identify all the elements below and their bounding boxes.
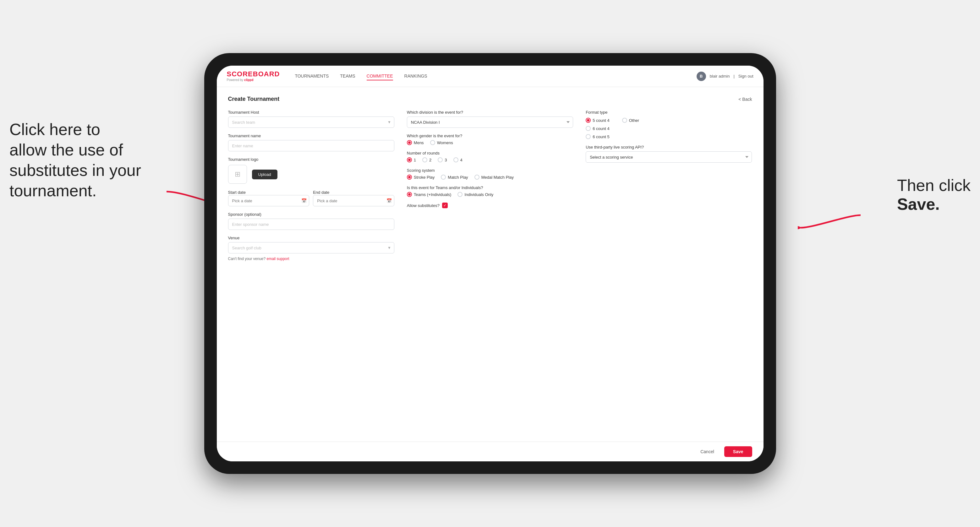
individuals-only-label: Individuals Only (465, 192, 493, 197)
annotation-right: Then click Save. (897, 176, 970, 214)
format-5count4-radio[interactable] (585, 118, 591, 123)
form-col-2: Which division is the event for? NCAA Di… (407, 110, 573, 261)
gender-womens-radio[interactable] (430, 140, 435, 145)
email-support-link[interactable]: email support (267, 257, 290, 261)
individuals-only-radio[interactable] (458, 192, 463, 197)
gender-mens-label: Mens (414, 140, 424, 145)
signout-link[interactable]: Sign out (738, 74, 754, 78)
nav-committee[interactable]: COMMITTEE (367, 72, 393, 80)
format-5count4-option[interactable]: 5 count 4 (585, 118, 609, 123)
logo-powered: Powered by clippd (227, 78, 280, 82)
back-button[interactable]: < Back (738, 97, 752, 102)
format-other-radio[interactable] (622, 118, 627, 123)
rounds-3-option[interactable]: 3 (438, 157, 447, 162)
scoring-api-label: Use third-party live scoring API? (585, 145, 752, 149)
nav-teams[interactable]: TEAMS (340, 72, 355, 80)
rounds-label: Number of rounds (407, 151, 573, 156)
arrow-right-icon (798, 209, 867, 234)
nav-links: TOURNAMENTS TEAMS COMMITTEE RANKINGS (295, 72, 696, 80)
substitutes-checkbox-item[interactable]: Allow substitutes? ✓ (407, 203, 573, 208)
format-type-options: 5 count 4 Other 6 count 4 (585, 118, 752, 139)
format-row-1: 5 count 4 Other (585, 118, 752, 123)
start-date-label: Start date (228, 190, 246, 195)
annotation-left: Click here to allow the use of substitut… (10, 119, 141, 201)
teams-group: Is this event for Teams and/or Individua… (407, 185, 573, 197)
substitutes-checkbox[interactable]: ✓ (442, 203, 448, 208)
sponsor-input[interactable] (228, 219, 395, 230)
end-date-input[interactable] (313, 195, 395, 206)
scoring-match-option[interactable]: Match Play (441, 175, 468, 179)
venue-search-input[interactable] (228, 242, 395, 254)
start-date-group: Start date 📅 (228, 189, 310, 206)
nav-tournaments[interactable]: TOURNAMENTS (295, 72, 329, 80)
rounds-2-option[interactable]: 2 (422, 157, 431, 162)
gender-mens-option[interactable]: Mens (407, 140, 424, 145)
division-select[interactable]: NCAA Division I (407, 116, 573, 128)
sponsor-label: Sponsor (optional) (228, 212, 395, 217)
substitutes-group: Allow substitutes? ✓ (407, 203, 573, 208)
format-6count5-option[interactable]: 6 count 5 (585, 134, 752, 139)
name-label: Tournament name (228, 133, 395, 138)
format-6count4-option[interactable]: 6 count 4 (585, 126, 752, 131)
form-col-3: Format type 5 count 4 Other (585, 110, 752, 261)
name-input[interactable] (228, 140, 395, 151)
upload-button[interactable]: Upload (252, 170, 277, 179)
form-grid: Tournament Host ▼ Tournament name Tourna… (228, 110, 752, 261)
format-other-option[interactable]: Other (622, 118, 640, 123)
teams-plus-option[interactable]: Teams (+Individuals) (407, 192, 452, 197)
logo-label: Tournament logo (228, 157, 395, 162)
substitutes-label: Allow substitutes? (407, 203, 439, 208)
avatar: B (697, 71, 706, 81)
format-6count5-radio[interactable] (585, 134, 591, 139)
page-footer: Cancel Save (217, 441, 764, 461)
scoring-medal-label: Medal Match Play (481, 175, 514, 179)
start-date-input[interactable] (228, 195, 310, 206)
gender-group: Which gender is the event for? Mens Wome… (407, 133, 573, 145)
venue-dropdown-icon: ▼ (387, 246, 391, 250)
scoring-medal-radio[interactable] (474, 175, 479, 179)
rounds-2-radio[interactable] (422, 157, 427, 162)
rounds-1-option[interactable]: 1 (407, 157, 416, 162)
division-group: Which division is the event for? NCAA Di… (407, 110, 573, 128)
gender-mens-radio[interactable] (407, 140, 412, 145)
rounds-4-radio[interactable] (453, 157, 458, 162)
scoring-api-select[interactable]: Select a scoring service (585, 151, 752, 163)
teams-plus-radio[interactable] (407, 192, 412, 197)
start-date-calendar-icon: 📅 (301, 198, 307, 203)
format-6count4-radio[interactable] (585, 126, 591, 131)
form-col-1: Tournament Host ▼ Tournament name Tourna… (228, 110, 395, 261)
tournament-host-group: Tournament Host ▼ (228, 110, 395, 128)
end-date-label: End date (313, 190, 329, 195)
rounds-3-radio[interactable] (438, 157, 443, 162)
cancel-button[interactable]: Cancel (695, 447, 719, 457)
save-button[interactable]: Save (724, 446, 752, 457)
tablet-screen: SCOREBOARD Powered by clippd TOURNAMENTS… (217, 66, 764, 461)
gender-womens-label: Womens (437, 140, 453, 145)
scoring-stroke-radio[interactable] (407, 175, 412, 179)
scoring-stroke-option[interactable]: Stroke Play (407, 175, 434, 179)
rounds-4-option[interactable]: 4 (453, 157, 463, 162)
gender-womens-option[interactable]: Womens (430, 140, 453, 145)
rounds-1-radio[interactable] (407, 157, 412, 162)
logo-group: Tournament logo ⊞ Upload (228, 157, 395, 184)
division-label: Which division is the event for? (407, 110, 573, 114)
rounds-2-label: 2 (429, 158, 431, 162)
end-date-group: End date 📅 (313, 189, 395, 206)
rounds-radio-group: 1 2 3 4 (407, 157, 573, 162)
scoring-radio-group: Stroke Play Match Play Medal Match Play (407, 175, 573, 179)
format-type-group: Format type 5 count 4 Other (585, 110, 752, 139)
scoring-match-radio[interactable] (441, 175, 446, 179)
host-search-input[interactable] (228, 116, 395, 128)
scoring-system-label: Scoring system (407, 168, 573, 173)
logo-text-score: SCORE (227, 70, 253, 78)
tablet-device: SCOREBOARD Powered by clippd TOURNAMENTS… (204, 53, 776, 474)
format-type-label: Format type (585, 110, 752, 114)
date-row: Start date 📅 End date 📅 (228, 189, 395, 206)
nav-rankings[interactable]: RANKINGS (404, 72, 427, 80)
gender-radio-group: Mens Womens (407, 140, 573, 145)
scoring-medal-option[interactable]: Medal Match Play (474, 175, 514, 179)
logo-upload-area: ⊞ Upload (228, 165, 395, 184)
individuals-only-option[interactable]: Individuals Only (458, 192, 493, 197)
logo-text-board: BOARD (253, 70, 280, 78)
page-content: Create Tournament < Back Tournament Host… (217, 87, 764, 441)
